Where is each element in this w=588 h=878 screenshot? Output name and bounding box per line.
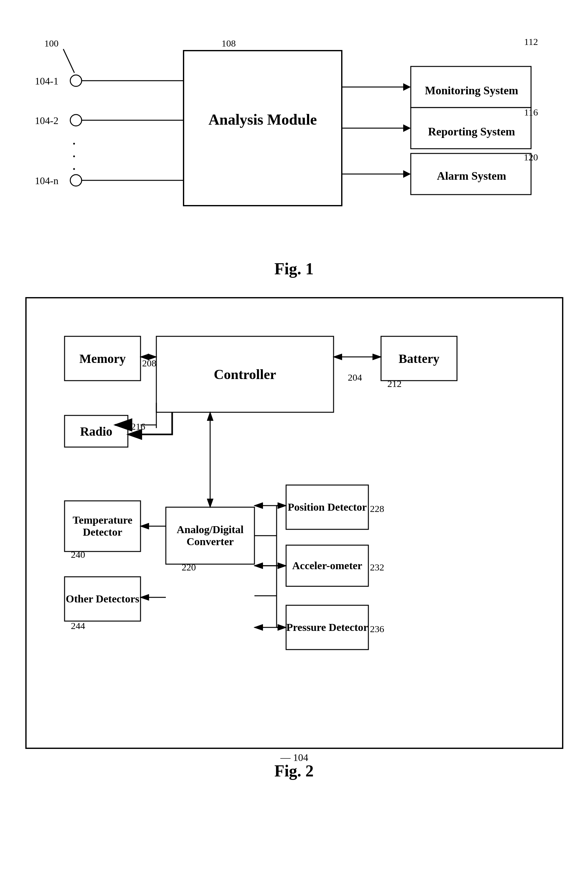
fig1-diagram: 100 · · · — [26, 31, 563, 253]
svg-rect-10 — [183, 51, 342, 206]
ref-108-label: 108 — [222, 38, 236, 49]
node2-label: 104-2 — [35, 115, 58, 127]
svg-text:·: · — [72, 148, 76, 165]
fig2-outer-box: 208 204 212 216 220 228 232 236 240 244 — [26, 297, 563, 749]
nodeN-label: 104-n — [35, 175, 58, 187]
radio-box: Radio — [64, 415, 128, 447]
svg-point-2 — [70, 115, 82, 126]
adc-box: Analog/Digital Converter — [166, 507, 255, 564]
fig1-caption: Fig. 1 — [26, 259, 562, 278]
svg-point-1 — [70, 75, 82, 86]
fig2-footer-label: — 104 — [280, 752, 308, 763]
battery-box: Battery — [381, 336, 457, 381]
ref-112-label: 112 — [524, 36, 538, 47]
other-detectors-box: Other Detectors — [64, 577, 141, 621]
svg-marker-16 — [403, 170, 411, 178]
svg-text:232: 232 — [370, 562, 384, 572]
reporting-system-label: Reporting System — [415, 125, 528, 138]
analysis-module-label: Analysis Module — [183, 111, 342, 128]
position-detector-box: Position Detector — [286, 485, 368, 529]
svg-text:228: 228 — [370, 503, 384, 514]
page: 100 · · · — [0, 0, 588, 818]
svg-text:·: · — [72, 160, 76, 177]
svg-line-0 — [63, 49, 74, 73]
temperature-detector-box: Temperature Detector — [64, 501, 141, 551]
alarm-system-label: Alarm System — [415, 169, 528, 183]
svg-text:236: 236 — [370, 623, 384, 634]
controller-box: Controller — [156, 336, 333, 412]
accelerometer-box: Acceler-ometer — [286, 545, 368, 586]
fig2-caption: Fig. 2 — [26, 761, 562, 780]
node1-label: 104-1 — [35, 75, 58, 87]
svg-text:208: 208 — [142, 358, 156, 368]
svg-point-3 — [70, 175, 82, 186]
ref-100-label: 100 — [44, 38, 58, 49]
svg-text:204: 204 — [348, 372, 362, 382]
svg-text:244: 244 — [71, 620, 85, 631]
svg-marker-14 — [403, 124, 411, 132]
ref-120-label: 120 — [524, 152, 538, 163]
svg-marker-12 — [403, 83, 411, 91]
memory-box: Memory — [64, 336, 141, 381]
ref-116-label: 116 — [524, 107, 538, 118]
svg-text:216: 216 — [131, 421, 145, 432]
svg-text:·: · — [72, 135, 76, 152]
fig2-diagram: 208 204 212 216 220 228 232 236 240 244 — [46, 317, 543, 722]
pressure-detector-box: Pressure Detector — [286, 605, 368, 650]
monitoring-system-label: Monitoring System — [415, 84, 528, 97]
